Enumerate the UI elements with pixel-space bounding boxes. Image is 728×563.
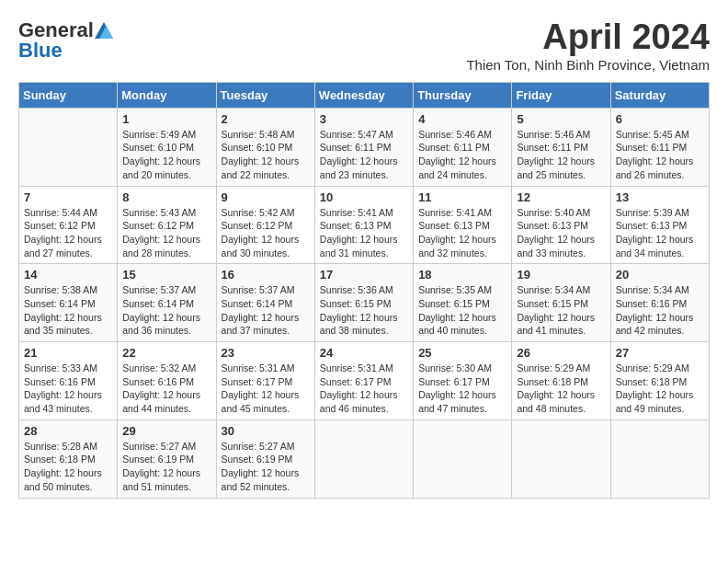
location-subtitle: Thien Ton, Ninh Binh Province, Vietnam xyxy=(466,57,710,73)
logo-blue: Blue xyxy=(18,39,63,63)
calendar-cell: 18Sunrise: 5:35 AM Sunset: 6:15 PM Dayli… xyxy=(414,264,512,342)
weekday-header: Saturday xyxy=(610,82,709,108)
day-info: Sunrise: 5:46 AM Sunset: 6:11 PM Dayligh… xyxy=(418,128,506,182)
day-info: Sunrise: 5:44 AM Sunset: 6:12 PM Dayligh… xyxy=(24,206,112,260)
day-info: Sunrise: 5:45 AM Sunset: 6:11 PM Dayligh… xyxy=(616,128,704,182)
day-info: Sunrise: 5:41 AM Sunset: 6:13 PM Dayligh… xyxy=(418,206,506,260)
day-number: 28 xyxy=(24,424,112,438)
day-number: 1 xyxy=(122,112,210,126)
calendar-cell: 23Sunrise: 5:31 AM Sunset: 6:17 PM Dayli… xyxy=(216,342,314,420)
calendar-week-row: 1Sunrise: 5:49 AM Sunset: 6:10 PM Daylig… xyxy=(19,108,710,186)
day-number: 5 xyxy=(517,112,605,126)
day-number: 10 xyxy=(320,190,408,204)
day-number: 15 xyxy=(122,268,210,282)
calendar-cell xyxy=(19,108,118,186)
calendar-week-row: 7Sunrise: 5:44 AM Sunset: 6:12 PM Daylig… xyxy=(19,186,710,264)
day-info: Sunrise: 5:42 AM Sunset: 6:12 PM Dayligh… xyxy=(222,206,310,260)
day-number: 6 xyxy=(616,112,704,126)
month-title: April 2024 xyxy=(466,18,710,57)
weekday-header: Tuesday xyxy=(216,82,314,108)
day-number: 24 xyxy=(320,346,408,360)
calendar-cell: 7Sunrise: 5:44 AM Sunset: 6:12 PM Daylig… xyxy=(19,186,118,264)
day-info: Sunrise: 5:32 AM Sunset: 6:16 PM Dayligh… xyxy=(122,362,210,416)
day-info: Sunrise: 5:37 AM Sunset: 6:14 PM Dayligh… xyxy=(122,283,210,338)
calendar-cell: 12Sunrise: 5:40 AM Sunset: 6:13 PM Dayli… xyxy=(512,186,610,264)
day-number: 22 xyxy=(122,346,210,360)
day-info: Sunrise: 5:34 AM Sunset: 6:16 PM Dayligh… xyxy=(616,283,704,338)
day-info: Sunrise: 5:31 AM Sunset: 6:17 PM Dayligh… xyxy=(320,362,408,416)
calendar-week-row: 21Sunrise: 5:33 AM Sunset: 6:16 PM Dayli… xyxy=(19,342,710,420)
day-number: 23 xyxy=(222,346,310,360)
day-info: Sunrise: 5:27 AM Sunset: 6:19 PM Dayligh… xyxy=(122,440,210,494)
calendar-cell xyxy=(414,419,512,498)
day-info: Sunrise: 5:39 AM Sunset: 6:13 PM Dayligh… xyxy=(616,206,704,260)
calendar-cell xyxy=(314,419,413,498)
weekday-header-row: SundayMondayTuesdayWednesdayThursdayFrid… xyxy=(19,82,710,108)
calendar-cell: 10Sunrise: 5:41 AM Sunset: 6:13 PM Dayli… xyxy=(314,186,413,264)
day-info: Sunrise: 5:29 AM Sunset: 6:18 PM Dayligh… xyxy=(616,362,704,416)
calendar-table: SundayMondayTuesdayWednesdayThursdayFrid… xyxy=(18,82,710,499)
calendar-cell: 24Sunrise: 5:31 AM Sunset: 6:17 PM Dayli… xyxy=(314,342,413,420)
calendar-cell: 1Sunrise: 5:49 AM Sunset: 6:10 PM Daylig… xyxy=(118,108,216,186)
logo-icon xyxy=(95,22,113,39)
weekday-header: Thursday xyxy=(414,82,512,108)
day-number: 21 xyxy=(24,346,112,360)
day-number: 19 xyxy=(517,268,605,282)
calendar-cell: 6Sunrise: 5:45 AM Sunset: 6:11 PM Daylig… xyxy=(610,108,709,186)
day-info: Sunrise: 5:38 AM Sunset: 6:14 PM Dayligh… xyxy=(24,283,112,338)
day-number: 20 xyxy=(616,268,704,282)
calendar-cell: 28Sunrise: 5:28 AM Sunset: 6:18 PM Dayli… xyxy=(19,419,118,498)
calendar-cell: 13Sunrise: 5:39 AM Sunset: 6:13 PM Dayli… xyxy=(610,186,709,264)
day-info: Sunrise: 5:31 AM Sunset: 6:17 PM Dayligh… xyxy=(222,362,310,416)
calendar-cell: 29Sunrise: 5:27 AM Sunset: 6:19 PM Dayli… xyxy=(118,419,216,498)
day-number: 16 xyxy=(222,268,310,282)
day-number: 12 xyxy=(517,190,605,204)
day-number: 3 xyxy=(320,112,408,126)
calendar-cell: 2Sunrise: 5:48 AM Sunset: 6:10 PM Daylig… xyxy=(216,108,314,186)
day-number: 7 xyxy=(24,190,112,204)
logo: General Blue xyxy=(18,18,114,63)
calendar-week-row: 28Sunrise: 5:28 AM Sunset: 6:18 PM Dayli… xyxy=(19,419,710,498)
calendar-cell: 19Sunrise: 5:34 AM Sunset: 6:15 PM Dayli… xyxy=(512,264,610,342)
calendar-cell: 26Sunrise: 5:29 AM Sunset: 6:18 PM Dayli… xyxy=(512,342,610,420)
day-number: 2 xyxy=(222,112,310,126)
day-info: Sunrise: 5:27 AM Sunset: 6:19 PM Dayligh… xyxy=(222,440,310,494)
calendar-cell: 11Sunrise: 5:41 AM Sunset: 6:13 PM Dayli… xyxy=(414,186,512,264)
calendar-cell: 3Sunrise: 5:47 AM Sunset: 6:11 PM Daylig… xyxy=(314,108,413,186)
day-info: Sunrise: 5:36 AM Sunset: 6:15 PM Dayligh… xyxy=(320,283,408,338)
calendar-cell: 14Sunrise: 5:38 AM Sunset: 6:14 PM Dayli… xyxy=(19,264,118,342)
calendar-cell: 16Sunrise: 5:37 AM Sunset: 6:14 PM Dayli… xyxy=(216,264,314,342)
title-block: April 2024 Thien Ton, Ninh Binh Province… xyxy=(466,18,710,73)
day-number: 29 xyxy=(122,424,210,438)
day-number: 26 xyxy=(517,346,605,360)
day-info: Sunrise: 5:29 AM Sunset: 6:18 PM Dayligh… xyxy=(517,362,605,416)
day-number: 30 xyxy=(222,424,310,438)
weekday-header: Friday xyxy=(512,82,610,108)
day-info: Sunrise: 5:46 AM Sunset: 6:11 PM Dayligh… xyxy=(517,128,605,182)
day-info: Sunrise: 5:49 AM Sunset: 6:10 PM Dayligh… xyxy=(122,128,210,182)
calendar-week-row: 14Sunrise: 5:38 AM Sunset: 6:14 PM Dayli… xyxy=(19,264,710,342)
day-info: Sunrise: 5:30 AM Sunset: 6:17 PM Dayligh… xyxy=(418,362,506,416)
day-number: 17 xyxy=(320,268,408,282)
day-number: 11 xyxy=(418,190,506,204)
calendar-cell xyxy=(512,419,610,498)
day-info: Sunrise: 5:43 AM Sunset: 6:12 PM Dayligh… xyxy=(122,206,210,260)
day-info: Sunrise: 5:47 AM Sunset: 6:11 PM Dayligh… xyxy=(320,128,408,182)
weekday-header: Wednesday xyxy=(314,82,413,108)
day-info: Sunrise: 5:40 AM Sunset: 6:13 PM Dayligh… xyxy=(517,206,605,260)
calendar-cell: 30Sunrise: 5:27 AM Sunset: 6:19 PM Dayli… xyxy=(216,419,314,498)
day-info: Sunrise: 5:33 AM Sunset: 6:16 PM Dayligh… xyxy=(24,362,112,416)
calendar-cell: 22Sunrise: 5:32 AM Sunset: 6:16 PM Dayli… xyxy=(118,342,216,420)
day-number: 4 xyxy=(418,112,506,126)
day-number: 27 xyxy=(616,346,704,360)
day-info: Sunrise: 5:37 AM Sunset: 6:14 PM Dayligh… xyxy=(222,283,310,338)
calendar-cell: 8Sunrise: 5:43 AM Sunset: 6:12 PM Daylig… xyxy=(118,186,216,264)
day-info: Sunrise: 5:35 AM Sunset: 6:15 PM Dayligh… xyxy=(418,283,506,338)
calendar-cell: 21Sunrise: 5:33 AM Sunset: 6:16 PM Dayli… xyxy=(19,342,118,420)
calendar-cell: 17Sunrise: 5:36 AM Sunset: 6:15 PM Dayli… xyxy=(314,264,413,342)
calendar-cell: 20Sunrise: 5:34 AM Sunset: 6:16 PM Dayli… xyxy=(610,264,709,342)
day-number: 25 xyxy=(418,346,506,360)
day-number: 8 xyxy=(122,190,210,204)
calendar-cell: 9Sunrise: 5:42 AM Sunset: 6:12 PM Daylig… xyxy=(216,186,314,264)
day-number: 13 xyxy=(616,190,704,204)
